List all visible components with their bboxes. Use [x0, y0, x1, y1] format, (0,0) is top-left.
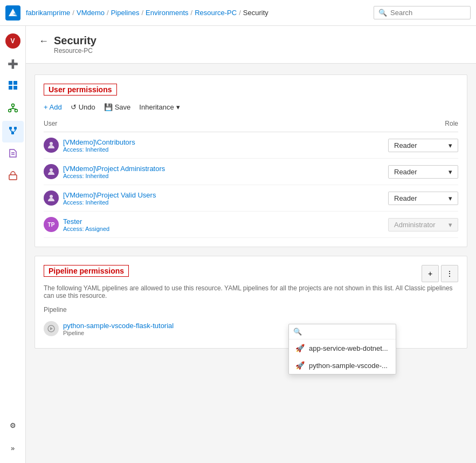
avatar-contributors [44, 138, 59, 153]
artifacts-icon [8, 171, 18, 183]
user-access: Access: Assigned [63, 226, 109, 232]
dropdown-item-label-1: app-service-web-dotnet... [309, 344, 388, 352]
dropdown-chevron-icon: ▾ [449, 168, 452, 176]
pipeline-dropdown: 🔍 🚀 app-service-web-dotnet... 🚀 python-s… [288, 324, 396, 375]
search-input[interactable] [390, 9, 466, 17]
add-button[interactable]: + Add [44, 103, 62, 111]
sidebar-bottom: ⚙ » [2, 414, 24, 459]
svg-rect-4 [13, 86, 17, 90]
dropdown-search-input[interactable] [305, 328, 396, 336]
breadcrumb-security: Security [243, 9, 268, 17]
settings-icon: ⚙ [10, 421, 16, 430]
inheritance-button[interactable]: Inheritance ▾ [139, 103, 180, 111]
svg-rect-20 [9, 175, 17, 180]
role-dropdown-admins[interactable]: Reader ▾ [388, 165, 458, 179]
breadcrumb-vmdemo[interactable]: VMdemo [77, 9, 105, 17]
sidebar-item-add[interactable]: ➕ [2, 53, 24, 74]
pipeline-permissions-title: Pipeline permissions [44, 265, 129, 277]
dropdown-search-box[interactable]: 🔍 [289, 324, 396, 339]
breadcrumb: fabrikamprime / VMdemo / Pipelines / Env… [26, 9, 374, 17]
breadcrumb-sep-1: / [72, 9, 74, 17]
role-dropdown-contributors[interactable]: Reader ▾ [388, 139, 458, 152]
back-button[interactable]: ← [39, 36, 49, 47]
undo-icon: ↺ [71, 103, 77, 111]
table-header: User Role [44, 118, 458, 132]
breadcrumb-fabrikamprime[interactable]: fabrikamprime [26, 9, 70, 17]
table-row: [VMdemo]\Project Valid Users Access: Inh… [44, 185, 458, 212]
topbar: fabrikamprime / VMdemo / Pipelines / Env… [0, 0, 476, 26]
sidebar-item-pipelines[interactable] [2, 121, 24, 142]
user-access: Access: Inherited [63, 199, 156, 206]
svg-rect-13 [11, 132, 14, 134]
pipeline-actions: + ⋮ [422, 265, 458, 282]
page-header-text: Security Resource-PC [54, 35, 96, 55]
dropdown-item-2[interactable]: 🚀 python-sample-vscode-... [289, 357, 396, 374]
pipeline-name[interactable]: python-sample-vscode-flask-tutorial [63, 322, 174, 330]
svg-line-17 [13, 131, 15, 132]
user-info-tester: TP Tester Access: Assigned [44, 217, 109, 232]
undo-button[interactable]: ↺ Undo [71, 103, 95, 111]
sidebar-item-testplans[interactable] [2, 144, 24, 165]
page-subtitle: Resource-PC [54, 47, 96, 55]
add-icon: ➕ [8, 59, 18, 69]
breadcrumb-resource-pc[interactable]: Resource-PC [195, 9, 237, 17]
search-box[interactable]: 🔍 [374, 6, 471, 19]
role-dropdown-valid-users[interactable]: Reader ▾ [388, 192, 458, 205]
pipeline-description: The following YAML pipelines are allowed… [44, 284, 458, 299]
permissions-toolbar: + Add ↺ Undo 💾 Save Inheritance ▾ [44, 103, 458, 111]
breadcrumb-sep-3: / [141, 9, 143, 17]
role-value: Administrator [394, 221, 436, 229]
sidebar-item-repos[interactable] [2, 98, 24, 120]
dropdown-item-1[interactable]: 🚀 app-service-web-dotnet... [289, 339, 396, 357]
save-button[interactable]: 💾 Save [104, 103, 131, 111]
sidebar-item-boards[interactable] [2, 76, 24, 97]
user-permissions-section: User permissions + Add ↺ Undo 💾 Save Inh… [35, 74, 467, 247]
sidebar-avatar[interactable]: V [2, 30, 24, 52]
user-avatar: V [5, 33, 20, 49]
user-info-valid-users: [VMdemo]\Project Valid Users Access: Inh… [44, 190, 156, 206]
pipeline-rocket-icon-1: 🚀 [295, 344, 305, 352]
breadcrumb-sep-5: / [239, 9, 241, 17]
sidebar-item-settings[interactable]: ⚙ [2, 414, 24, 436]
user-text-tester: Tester Access: Assigned [63, 217, 109, 232]
expand-icon: » [11, 444, 15, 452]
svg-point-6 [8, 110, 11, 112]
layout: V ➕ [0, 26, 476, 463]
repos-icon [8, 103, 18, 115]
avatar-valid-users [44, 190, 59, 206]
svg-rect-1 [9, 81, 12, 85]
dropdown-search-icon: 🔍 [293, 328, 302, 336]
user-access: Access: Inherited [63, 173, 165, 179]
svg-point-23 [50, 195, 53, 198]
pipeline-rocket-icon-2: 🚀 [295, 361, 305, 370]
pipeline-more-button[interactable]: ⋮ [441, 265, 458, 282]
sidebar: V ➕ [0, 26, 26, 463]
search-icon: 🔍 [378, 9, 387, 17]
svg-rect-11 [9, 127, 12, 130]
pipeline-sub: Pipeline [63, 330, 174, 336]
svg-line-9 [10, 108, 13, 110]
breadcrumb-environments[interactable]: Environments [146, 9, 188, 17]
table-row: [VMdemo]\Contributors Access: Inherited … [44, 132, 458, 159]
col-role-header: Role [445, 120, 458, 127]
svg-point-7 [15, 110, 17, 112]
sidebar-item-expand[interactable]: » [2, 437, 24, 459]
svg-rect-3 [9, 86, 12, 90]
role-value: Reader [394, 168, 417, 176]
user-info-admins: [VMdemo]\Project Administrators Access: … [44, 164, 165, 179]
app-logo[interactable] [5, 5, 20, 21]
role-value: Reader [394, 194, 417, 202]
table-row: TP Tester Access: Assigned Administrator… [44, 212, 458, 238]
svg-line-15 [10, 131, 12, 132]
user-text-valid-users: [VMdemo]\Project Valid Users Access: Inh… [63, 191, 156, 206]
user-permissions-title: User permissions [44, 84, 117, 96]
role-dropdown-tester: Administrator ▾ [388, 218, 458, 232]
sidebar-item-artifacts[interactable] [2, 166, 24, 188]
pipeline-permissions-section: Pipeline permissions + ⋮ The following Y… [35, 256, 467, 349]
breadcrumb-pipelines[interactable]: Pipelines [111, 9, 140, 17]
svg-point-22 [50, 168, 53, 172]
svg-point-21 [50, 142, 53, 145]
pipeline-text: python-sample-vscode-flask-tutorial Pipe… [63, 322, 174, 336]
pipeline-add-button[interactable]: + [422, 265, 439, 282]
user-name: [VMdemo]\Project Valid Users [63, 191, 156, 199]
